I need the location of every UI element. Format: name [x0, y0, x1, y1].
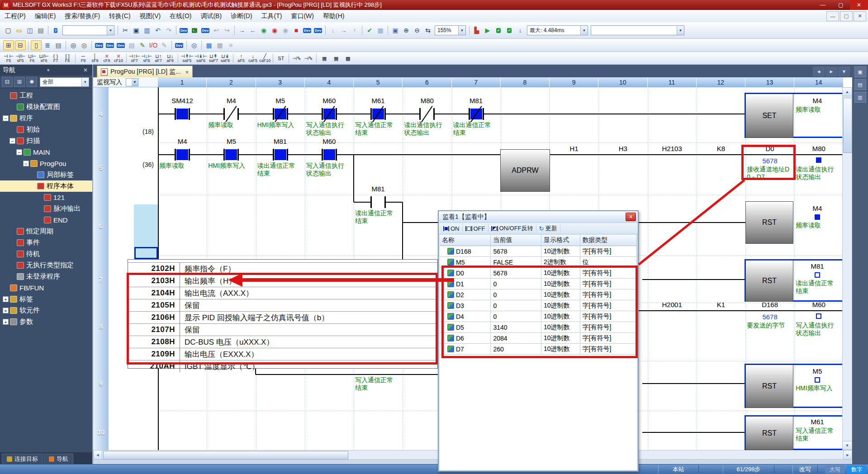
close-icon[interactable]: ✕ [626, 213, 636, 221]
scan-time-combo[interactable]: 最大: 4.484ms▼ [527, 25, 588, 35]
ladder-symbol-⊣✎[interactable]: ⊣✎ [291, 52, 302, 64]
parts-list-icon[interactable]: ▤ [53, 41, 63, 50]
tree-item-扫描[interactable]: −扫描 [0, 135, 92, 147]
redo-icon[interactable]: ↷ [164, 26, 174, 35]
tree-expander-icon[interactable]: + [3, 296, 9, 302]
cross-reference-icon[interactable]: ◎ [68, 41, 78, 50]
ladder-symbol-ST[interactable]: ST [275, 52, 286, 64]
watch-row-D0[interactable]: D0567810进制数字[有符号] [440, 268, 637, 279]
zoom-in-icon[interactable]: ⊕ [401, 26, 411, 35]
navigation-window-icon[interactable]: ⊞ [3, 40, 14, 50]
instruction-box-RST[interactable]: RST [745, 365, 793, 408]
back-icon[interactable]: ↩ [211, 26, 221, 35]
zoom-out-icon[interactable]: ⊖ [412, 26, 422, 35]
watch-gray-icon[interactable]: ▤ [127, 41, 137, 50]
watch-row-D4[interactable]: D4010进制数字[有符号] [440, 311, 637, 322]
close-icon[interactable]: ✕ [81, 67, 90, 73]
check-program-icon[interactable]: ✔ [365, 26, 375, 35]
zoom-level-combo[interactable]: 155%▼ [435, 25, 466, 35]
write-to-plc-icon[interactable]: → [237, 26, 247, 35]
menu-item-工具[interactable]: 工具(T) [257, 10, 287, 22]
contact-M5[interactable] [273, 108, 288, 120]
scroll-up-icon[interactable]: ▲ [842, 87, 852, 96]
tree-expander-icon[interactable]: − [23, 161, 29, 166]
watch-row-D2[interactable]: D2010进制数字[有符号] [440, 289, 637, 300]
docked-strip-icon-2[interactable]: ▥ [854, 92, 866, 103]
new-file-icon[interactable]: ▢ [3, 26, 13, 35]
watch-row-D3[interactable]: D3010进制数字[有符号] [440, 300, 637, 311]
tree-expand-icon[interactable]: ⊞ [14, 77, 25, 87]
device-terminal-icon[interactable]: ›_ [190, 26, 199, 35]
tab-list-icon[interactable]: ▼ [838, 66, 850, 76]
tree-item-局部标签[interactable]: 局部标签 [0, 169, 92, 180]
window-icon[interactable]: ▣ [390, 26, 400, 35]
contact-M80[interactable] [419, 108, 435, 120]
instruction-box-RST[interactable]: RST [745, 201, 793, 244]
ladder-symbol-cF9[interactable]: ✕cF9 [101, 52, 112, 64]
print-icon[interactable]: ▤ [36, 26, 46, 35]
chevron-down-icon[interactable]: ▼ [677, 26, 684, 35]
contact-M60[interactable] [322, 149, 337, 161]
ladder-symbol-aF7[interactable]: ⊔↑aF7 [153, 52, 164, 64]
upload-icon[interactable]: ↑ [350, 26, 360, 35]
scrollbar-thumb[interactable] [843, 98, 852, 153]
tree-expander-icon[interactable]: + [3, 308, 9, 313]
monitor-stop-icon[interactable]: ◉ [270, 26, 280, 35]
watch-column-当前值[interactable]: 当前值 [491, 235, 541, 246]
menu-item-搜索/替换[interactable]: 搜索/替换(F) [60, 10, 104, 22]
open-file-icon[interactable]: ▭ [14, 26, 24, 35]
tree-item-事件[interactable]: 事件 [0, 237, 92, 248]
forward-icon[interactable]: ↪ [222, 26, 232, 35]
minimize-button[interactable]: — [814, 0, 832, 10]
ladder-symbol-sF8[interactable]: ⊣↓⊢sF8 [141, 52, 152, 64]
help-icon[interactable]: ? [51, 26, 61, 35]
transfer-setup-icon[interactable]: → [339, 26, 349, 35]
ladder-symbol-sF5[interactable]: ⊣/⊢sF5 [15, 52, 26, 64]
device-initial-icon[interactable]: Dev [116, 41, 126, 50]
contact-M5[interactable] [223, 149, 239, 161]
menu-item-视图[interactable]: 视图(V) [135, 10, 166, 22]
instruction-box-RST[interactable]: RST [745, 416, 793, 450]
menu-item-在线[interactable]: 在线(O) [165, 10, 196, 22]
tree-expander-icon[interactable]: + [3, 319, 9, 325]
tree-item-模块配置图[interactable]: 模块配置图 [0, 101, 92, 113]
label-edit-icon[interactable]: ✎ [138, 41, 147, 50]
module-config-icon[interactable]: ▯ [31, 40, 42, 50]
menu-item-转换[interactable]: 转换(C) [104, 10, 135, 22]
watch-row-D168[interactable]: D168567810进制数字[有符号] [440, 246, 637, 257]
watch-button-ON/OFF反转[interactable]: ON/OFF反转 [489, 224, 536, 233]
watch-row-D7[interactable]: D726010进制数字[有符号] [440, 344, 637, 355]
menu-item-帮助[interactable]: 帮助(H) [318, 10, 349, 22]
tab-progpou[interactable]: ProgPou [PRG] [LD] 监... × [97, 66, 193, 78]
contact-M81[interactable] [273, 149, 288, 161]
close-button[interactable]: ✕ [850, 0, 868, 10]
ladder-symbol-▦[interactable]: ▦ [319, 52, 330, 64]
scrollbar-thumb[interactable] [103, 451, 348, 460]
device-use-list-icon[interactable]: Dev [174, 41, 184, 50]
tab-scroll-left-icon[interactable]: ◄ [813, 66, 825, 76]
watch-button-ON[interactable]: ON [441, 224, 463, 233]
watch-column-显示格式[interactable]: 显示格式 [541, 235, 580, 246]
watch-window[interactable]: 监看1【监看中】✕ONOFFON/OFF反转↻更新名称当前值显示格式数据类型D1… [438, 210, 639, 472]
device-batch-monitor-icon[interactable]: ◎ [189, 41, 199, 50]
run-icon[interactable]: ▶ [483, 26, 493, 35]
menu-item-调试[interactable]: 调试(B) [196, 10, 226, 22]
watch-row-M5[interactable]: M5FALSE2进制数位 [440, 257, 637, 268]
outline-window-icon[interactable]: ≣ [43, 41, 52, 50]
io-assign-icon[interactable]: I/O [148, 41, 158, 50]
ladder-symbol-caF10[interactable]: ╱caF10 [259, 52, 270, 64]
watch-row-D1[interactable]: D1010进制数字[有符号] [440, 279, 637, 289]
find-replace-icon[interactable]: ◎ [79, 41, 89, 50]
scroll-left-icon[interactable]: ◄ [93, 450, 102, 460]
chevron-down-icon[interactable]: ▼ [458, 26, 465, 35]
watch-target-combo[interactable]: ▼ [591, 25, 684, 35]
watch-row-D5[interactable]: D5314010进制数字[有符号] [440, 322, 637, 333]
tree-item-FB/FUN[interactable]: FB/FUN [0, 282, 92, 294]
edit-cursor[interactable] [134, 247, 158, 259]
panel-tab-导航[interactable]: 导航 [44, 454, 73, 464]
tab-scroll-right-icon[interactable]: ► [825, 66, 837, 76]
instruction-box-SET[interactable]: SET [745, 94, 793, 138]
window-tile-icon[interactable]: ≡ [226, 41, 236, 50]
contact-M4[interactable] [223, 108, 239, 120]
tree-item-程序[interactable]: −程序 [0, 113, 92, 124]
